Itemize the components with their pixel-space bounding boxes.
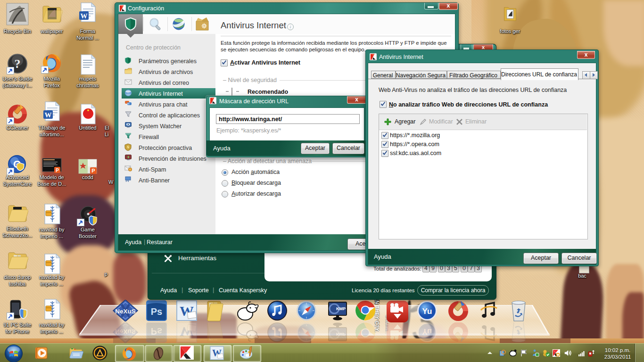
svg-text:KMP: KMP — [336, 332, 346, 337]
svg-text:Ps: Ps — [151, 306, 162, 317]
svg-text:Yu: Yu — [422, 327, 432, 336]
svg-text:NeXuS: NeXuS — [115, 308, 136, 315]
svg-text:Ps: Ps — [151, 326, 162, 337]
svg-text:NeXuS: NeXuS — [115, 328, 136, 335]
svg-text:KMP: KMP — [336, 306, 346, 311]
svg-text:Yu: Yu — [422, 307, 432, 316]
